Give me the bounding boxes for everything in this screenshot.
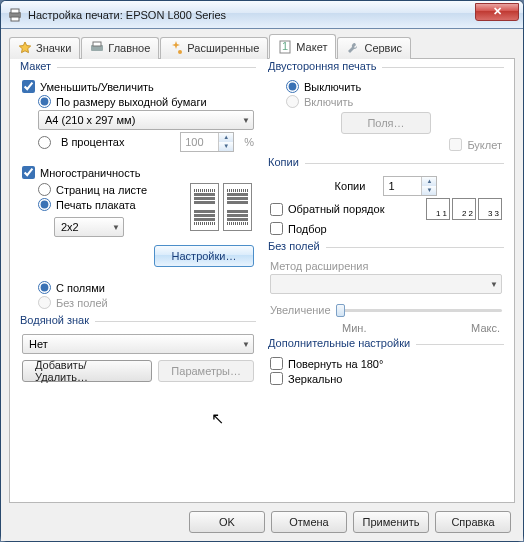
reduce-enlarge-checkbox[interactable]	[22, 80, 35, 93]
group-legend: Дополнительные настройки	[268, 337, 416, 349]
dialog-buttons: OK Отмена Применить Справка	[9, 503, 515, 533]
fit-paper-label: По размеру выходной бумаги	[56, 96, 207, 108]
poster-radio[interactable]	[38, 198, 51, 211]
tab-main[interactable]: Главное	[81, 37, 159, 59]
svg-rect-4	[93, 42, 101, 46]
duplex-margins-button: Поля…	[341, 112, 431, 134]
watermark-select[interactable]: Нет▼	[22, 334, 254, 354]
enlarge-slider	[336, 309, 502, 312]
group-legend: Без полей	[268, 240, 326, 252]
percent-spin: 100▲▼	[180, 132, 234, 152]
output-paper-select[interactable]: A4 (210 x 297 мм)▼	[38, 110, 254, 130]
slider-thumb-icon	[336, 304, 345, 317]
watermark-params-button: Параметры…	[158, 360, 254, 382]
group-legend: Копии	[268, 156, 305, 168]
multipage-label: Многостраничность	[40, 167, 140, 179]
multipage-preview	[188, 181, 254, 233]
spin-down-icon: ▼	[219, 142, 233, 151]
page-icon: 1	[278, 40, 292, 54]
expand-method-select: ▼	[270, 274, 502, 294]
tab-advanced[interactable]: Расширенные	[160, 37, 268, 59]
wrench-icon	[346, 41, 360, 55]
ok-button[interactable]: OK	[189, 511, 265, 533]
svg-rect-2	[11, 17, 19, 21]
group-copies: Копии Копии1▲▼ Обратный порядок 1 1 2 2 …	[268, 163, 504, 241]
spin-down-icon[interactable]: ▼	[422, 186, 436, 195]
chevron-down-icon: ▼	[242, 116, 250, 125]
reverse-order-label: Обратный порядок	[288, 203, 384, 215]
pages-per-sheet-label: Страниц на листе	[56, 184, 147, 196]
tab-panel-layout: Макет Уменьшить/Увеличить По размеру вых…	[9, 58, 515, 503]
booklet-checkbox	[449, 138, 462, 151]
collate-checkbox[interactable]	[270, 222, 283, 235]
copies-spin[interactable]: 1▲▼	[383, 176, 437, 196]
chevron-down-icon: ▼	[112, 223, 120, 232]
rotate-180-checkbox[interactable]	[270, 357, 283, 370]
tab-icons[interactable]: Значки	[9, 37, 80, 59]
reverse-order-checkbox[interactable]	[270, 203, 283, 216]
poster-label: Печать плаката	[56, 199, 136, 211]
with-margins-label: С полями	[56, 282, 105, 294]
watermark-add-remove-button[interactable]: Добавить/Удалить…	[22, 360, 152, 382]
duplex-on-label: Включить	[304, 96, 353, 108]
spin-up-icon[interactable]: ▲	[422, 177, 436, 186]
group-layout: Макет Уменьшить/Увеличить По размеру вых…	[20, 67, 256, 315]
cancel-button[interactable]: Отмена	[271, 511, 347, 533]
with-margins-radio[interactable]	[38, 281, 51, 294]
client-area: Значки Главное Расширенные 1Макет Сервис…	[1, 29, 523, 541]
printer-icon	[90, 41, 104, 55]
group-legend: Макет	[20, 60, 57, 72]
window-title: Настройка печати: EPSON L800 Series	[28, 9, 475, 21]
group-borderless: Без полей Метод расширения ▼ Увеличение …	[268, 247, 504, 338]
group-legend: Двусторонняя печать	[268, 60, 382, 72]
left-column: Макет Уменьшить/Увеличить По размеру вых…	[20, 67, 256, 496]
chevron-down-icon: ▼	[242, 340, 250, 349]
multipage-checkbox[interactable]	[22, 166, 35, 179]
tab-service[interactable]: Сервис	[337, 37, 411, 59]
titlebar[interactable]: Настройка печати: EPSON L800 Series ✕	[1, 1, 523, 29]
collate-label: Подбор	[288, 223, 327, 235]
pages-per-sheet-radio[interactable]	[38, 183, 51, 196]
tabstrip: Значки Главное Расширенные 1Макет Сервис	[9, 35, 515, 59]
enlarge-label: Увеличение	[270, 304, 331, 316]
help-button[interactable]: Справка	[435, 511, 511, 533]
svg-text:1: 1	[282, 40, 288, 52]
print-settings-window: Настройка печати: EPSON L800 Series ✕ Зн…	[0, 0, 524, 542]
rotate-180-label: Повернуть на 180°	[288, 358, 383, 370]
poster-size-select[interactable]: 2x2▼	[54, 217, 124, 237]
slider-min-label: Мин.	[342, 322, 366, 334]
mirror-label: Зеркально	[288, 373, 342, 385]
duplex-on-radio	[286, 95, 299, 108]
printer-icon	[7, 7, 23, 23]
reduce-enlarge-label: Уменьшить/Увеличить	[40, 81, 154, 93]
spin-up-icon: ▲	[219, 133, 233, 142]
right-column: Двусторонняя печать Выключить Включить П…	[268, 67, 504, 496]
percent-label: В процентах	[61, 136, 125, 148]
close-button[interactable]: ✕	[475, 3, 519, 21]
svg-point-5	[178, 50, 182, 54]
percent-radio[interactable]	[38, 136, 51, 149]
expand-method-label: Метод расширения	[270, 260, 368, 272]
group-watermark: Водяной знак Нет▼ Добавить/Удалить… Пара…	[20, 321, 256, 388]
mirror-checkbox[interactable]	[270, 372, 283, 385]
copies-label: Копии	[335, 180, 366, 192]
chevron-down-icon: ▼	[490, 280, 498, 289]
collate-preview: 1 1 2 2 3 3	[426, 198, 502, 220]
slider-max-label: Макс.	[471, 322, 500, 334]
group-duplex: Двусторонняя печать Выключить Включить П…	[268, 67, 504, 157]
duplex-off-radio[interactable]	[286, 80, 299, 93]
multipage-settings-button[interactable]: Настройки…	[154, 245, 254, 267]
group-legend: Водяной знак	[20, 314, 95, 326]
sparkle-icon	[169, 41, 183, 55]
svg-rect-1	[11, 9, 19, 13]
apply-button[interactable]: Применить	[353, 511, 429, 533]
star-icon	[18, 41, 32, 55]
borderless-radio	[38, 296, 51, 309]
fit-paper-radio[interactable]	[38, 95, 51, 108]
tab-layout[interactable]: 1Макет	[269, 34, 336, 59]
group-extra: Дополнительные настройки Повернуть на 18…	[268, 344, 504, 391]
duplex-off-label: Выключить	[304, 81, 361, 93]
borderless-label: Без полей	[56, 297, 108, 309]
booklet-label: Буклет	[467, 139, 502, 151]
